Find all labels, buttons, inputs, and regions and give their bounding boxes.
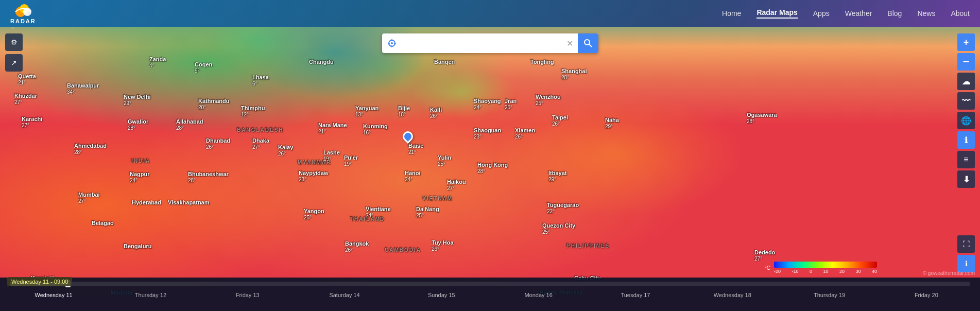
city-label: MYANMAR <box>298 160 331 165</box>
city-label: Hanoi24° <box>405 170 421 182</box>
tick-30: 30 <box>855 269 861 274</box>
city-label: Quetta21° <box>18 73 36 85</box>
tick-minus20: -20 <box>774 269 781 274</box>
legend-unit: °C <box>765 265 770 271</box>
city-label: Kunming16° <box>363 123 388 135</box>
wind-button[interactable]: 〰 <box>957 92 975 110</box>
zoom-out-button[interactable]: − <box>957 53 975 71</box>
city-label: Haikou27° <box>447 179 466 191</box>
right-panel: + − ☁ 〰 🌐 ℹ ≡ ⬇ <box>957 33 975 188</box>
city-label: Taipei26° <box>552 114 568 127</box>
svg-line-10 <box>589 44 592 47</box>
tick-minus10: -10 <box>792 269 798 274</box>
city-label: New Delhi29° <box>124 94 151 106</box>
timeline-date[interactable]: Wednesday 18 <box>684 292 781 298</box>
city-label: Bijie18° <box>398 105 410 117</box>
city-label: Lhasa6° <box>252 74 269 87</box>
city-label: Dhaka27° <box>252 137 269 150</box>
city-label: Gwalior28° <box>128 118 148 131</box>
nav-blog[interactable]: Blog <box>887 9 902 18</box>
timeline-date[interactable]: Thursday 12 <box>102 292 199 298</box>
search-clear-button[interactable]: ✕ <box>562 33 578 53</box>
map-info-button[interactable]: ℹ <box>957 255 975 272</box>
city-label: Xiamen26° <box>515 127 535 140</box>
nav-weather[interactable]: Weather <box>845 9 872 18</box>
share-button[interactable]: ↗ <box>5 54 23 72</box>
city-label: Nara Mane21° <box>318 122 347 134</box>
timeline-track[interactable] <box>10 282 970 286</box>
timeline-date[interactable]: Tuesday 17 <box>587 292 684 298</box>
city-label: Dededo27° <box>754 249 775 262</box>
city-label: Bhubaneshwar28° <box>188 171 229 183</box>
info-button[interactable]: ℹ <box>957 131 975 149</box>
menu-button[interactable]: ≡ <box>957 151 975 168</box>
tick-10: 10 <box>823 269 828 274</box>
city-label: Pu'er19° <box>344 154 358 167</box>
city-label: Hong Kong28° <box>477 162 508 174</box>
city-label: Khuzdar27° <box>14 93 37 105</box>
city-label: Shaoyang24° <box>474 98 501 110</box>
city-label: CAMBODIA <box>385 247 421 253</box>
svg-point-4 <box>391 42 393 44</box>
city-label: VIETNAM <box>422 196 453 201</box>
nav-links: Home Radar Maps Apps Weather Blog News A… <box>722 8 970 19</box>
left-panel: ⚙ ↗ <box>5 33 23 72</box>
timeline: Wednesday 11Thursday 12Friday 13Saturday… <box>0 278 980 311</box>
navbar: RADAR Home Radar Maps Apps Weather Blog … <box>0 0 980 27</box>
city-label: Changdu <box>309 59 334 65</box>
city-label: Quezon City25° <box>542 222 575 235</box>
city-label: PHILIPPINES <box>566 243 610 249</box>
city-label: Shanghai28° <box>561 68 587 80</box>
globe-button[interactable]: 🌐 <box>957 112 975 129</box>
timeline-date[interactable]: Monday 16 <box>490 292 587 298</box>
timeline-date[interactable]: Thursday 19 <box>781 292 878 298</box>
nav-apps[interactable]: Apps <box>813 9 830 18</box>
city-label: Jran25° <box>505 98 517 110</box>
zoom-in-button[interactable]: + <box>957 33 975 51</box>
search-submit-button[interactable] <box>578 33 598 53</box>
city-label: Tuguegarao22° <box>547 202 579 214</box>
nav-radar-maps[interactable]: Radar Maps <box>757 8 797 19</box>
timeline-date[interactable]: Saturday 14 <box>296 292 393 298</box>
city-label: Belagao <box>92 220 114 226</box>
timeline-date[interactable]: Wednesday 11 <box>5 292 102 298</box>
logo-text: RADAR <box>10 18 36 24</box>
city-label: Coqen9° <box>195 61 212 74</box>
city-label: Nagpur24° <box>130 171 150 183</box>
settings-button[interactable]: ⚙ <box>5 33 23 51</box>
nav-home[interactable]: Home <box>722 9 741 18</box>
city-label: THAILAND <box>350 216 385 222</box>
download-button[interactable]: ⬇ <box>957 170 975 188</box>
city-label: Naha29° <box>605 117 619 129</box>
city-label: Tuy Hoa26° <box>432 239 454 252</box>
search-input[interactable] <box>402 39 562 47</box>
current-time-badge: Wednesday 11 - 09:00 <box>7 277 72 286</box>
city-label: Da Nang25° <box>416 206 439 218</box>
locate-icon <box>388 39 396 47</box>
city-label: Shaoguan23° <box>474 127 501 140</box>
nav-news[interactable]: News <box>917 9 935 18</box>
timeline-date[interactable]: Friday 20 <box>878 292 975 298</box>
search-bar: ✕ <box>382 33 598 53</box>
city-label: Thimphu12° <box>241 105 265 117</box>
timeline-date[interactable]: Friday 13 <box>199 292 296 298</box>
temp-legend: °C -20 -10 0 10 20 30 40 <box>765 262 877 274</box>
city-label: Dhanbad26° <box>206 137 230 150</box>
city-label: Baise21° <box>408 143 423 155</box>
city-label: Zanda4° <box>149 56 166 68</box>
location-pin[interactable] <box>403 131 413 142</box>
city-label: Itbayat29° <box>548 170 566 182</box>
svg-point-9 <box>584 40 590 45</box>
legend-gradient <box>774 262 877 268</box>
nav-about[interactable]: About <box>951 9 970 18</box>
city-label: Bangkok26° <box>345 240 369 253</box>
fullscreen-button[interactable]: ⛶ <box>957 235 975 253</box>
search-icon <box>584 39 592 47</box>
city-label: Kalay26° <box>278 144 293 157</box>
city-label: Bengaluru <box>124 243 151 249</box>
logo-area[interactable]: RADAR <box>10 3 36 24</box>
layers-button[interactable]: ☁ <box>957 73 975 90</box>
locate-button[interactable] <box>382 33 402 53</box>
timeline-date[interactable]: Sunday 15 <box>393 292 490 298</box>
city-label: Naypyidaw23° <box>299 170 328 182</box>
